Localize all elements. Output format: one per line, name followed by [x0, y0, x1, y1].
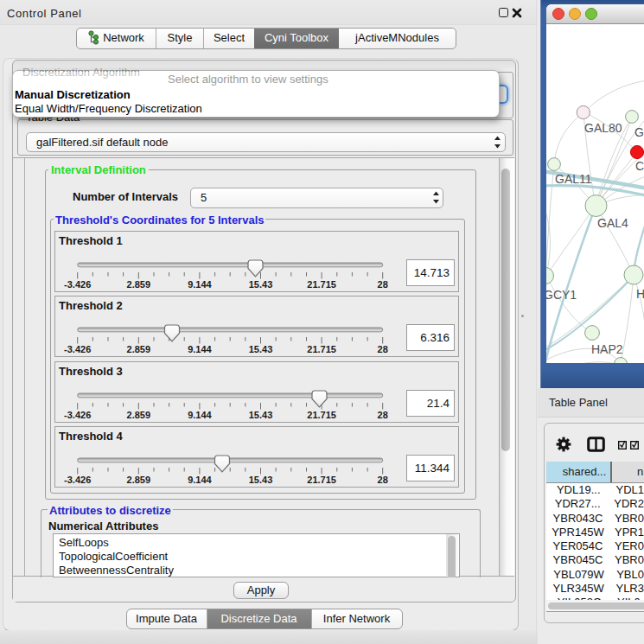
svg-text:15.43: 15.43	[248, 344, 272, 354]
svg-text:GAL80: GAL80	[584, 121, 622, 135]
svg-text:-3.426: -3.426	[64, 344, 91, 354]
svg-text:21.715: 21.715	[307, 344, 336, 354]
svg-text:15.43: 15.43	[248, 279, 272, 290]
svg-text:2.859: 2.859	[126, 475, 150, 485]
svg-text:H: H	[636, 287, 644, 301]
svg-text:GAL11: GAL11	[555, 172, 592, 186]
svg-text:15.43: 15.43	[248, 410, 272, 420]
svg-text:28: 28	[377, 279, 387, 290]
svg-text:21.715: 21.715	[307, 475, 336, 485]
svg-text:28: 28	[377, 475, 387, 485]
svg-text:GAL4: GAL4	[597, 216, 628, 230]
svg-text:28: 28	[377, 344, 387, 354]
svg-text:9.144: 9.144	[188, 475, 212, 485]
svg-text:2.859: 2.859	[126, 279, 150, 290]
svg-text:9.144: 9.144	[188, 344, 212, 354]
svg-text:HAP2: HAP2	[591, 342, 623, 356]
svg-text:2.859: 2.859	[126, 410, 150, 420]
svg-text:21.715: 21.715	[307, 410, 336, 420]
svg-text:-3.426: -3.426	[64, 475, 91, 485]
svg-text:G: G	[634, 125, 644, 139]
svg-text:-3.426: -3.426	[64, 410, 91, 420]
svg-text:28: 28	[377, 410, 387, 420]
svg-text:C: C	[635, 159, 644, 173]
svg-text:21.715: 21.715	[307, 279, 336, 290]
svg-text:GCY1: GCY1	[546, 288, 577, 302]
svg-text:15.43: 15.43	[248, 475, 272, 485]
svg-text:-3.426: -3.426	[64, 279, 91, 290]
svg-text:9.144: 9.144	[188, 410, 212, 420]
svg-text:2.859: 2.859	[126, 344, 150, 354]
svg-text:9.144: 9.144	[188, 279, 212, 290]
